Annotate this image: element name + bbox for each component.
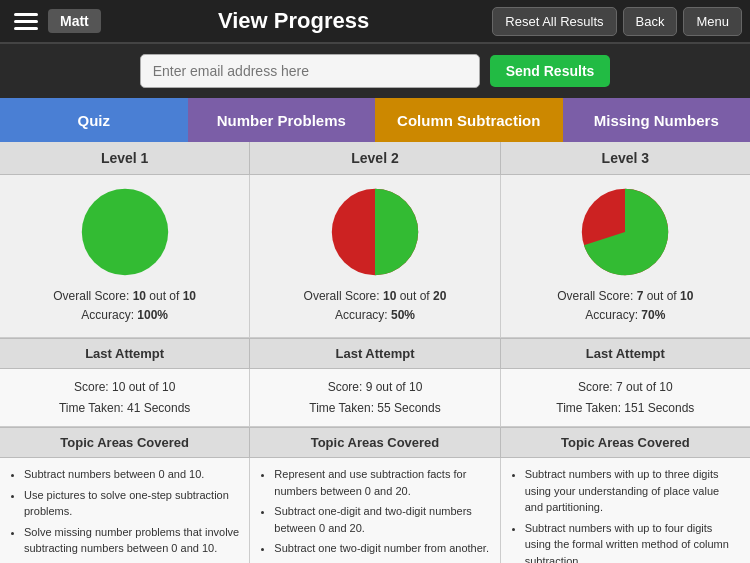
topic-header-1: Topic Areas Covered bbox=[0, 428, 250, 457]
topic-panel-2: Represent and use subtraction facts for … bbox=[250, 458, 500, 563]
email-row: Send Results bbox=[0, 44, 750, 98]
attempt-panel-3: Score: 7 out of 10 Time Taken: 151 Secon… bbox=[501, 369, 750, 426]
level-2-header: Level 2 bbox=[250, 142, 500, 174]
attempt-panel-2: Score: 9 out of 10 Time Taken: 55 Second… bbox=[250, 369, 500, 426]
score-text-2: Overall Score: 10 out of 20 Accuracy: 50… bbox=[304, 287, 447, 325]
pie-chart-1 bbox=[80, 187, 170, 277]
topic-panel-1: Subtract numbers between 0 and 10. Use p… bbox=[0, 458, 250, 563]
topic-panel-3: Subtract numbers with up to three digits… bbox=[501, 458, 750, 563]
topics-data-row: Subtract numbers between 0 and 10. Use p… bbox=[0, 458, 750, 563]
pie-chart-3 bbox=[580, 187, 670, 277]
email-input[interactable] bbox=[140, 54, 480, 88]
score-panel-3: Overall Score: 7 out of 10 Accuracy: 70% bbox=[501, 175, 750, 337]
reset-results-button[interactable]: Reset All Results bbox=[492, 7, 616, 36]
topic-headers-row: Topic Areas Covered Topic Areas Covered … bbox=[0, 427, 750, 458]
user-name-badge: Matt bbox=[48, 9, 101, 33]
content-area: Level 1 Level 2 Level 3 Overall Score: 1… bbox=[0, 142, 750, 563]
score-panel-2: Overall Score: 10 out of 20 Accuracy: 50… bbox=[250, 175, 500, 337]
level-3-header: Level 3 bbox=[501, 142, 750, 174]
app-header: Matt View Progress Reset All Results Bac… bbox=[0, 0, 750, 44]
score-panel-1: Overall Score: 10 out of 10 Accuracy: 10… bbox=[0, 175, 250, 337]
tab-column-subtraction[interactable]: Column Subtraction bbox=[375, 98, 563, 142]
attempt-panel-1: Score: 10 out of 10 Time Taken: 41 Secon… bbox=[0, 369, 250, 426]
last-attempt-header-2: Last Attempt bbox=[250, 339, 500, 368]
back-button[interactable]: Back bbox=[623, 7, 678, 36]
send-results-button[interactable]: Send Results bbox=[490, 55, 611, 87]
tab-quiz[interactable]: Quiz bbox=[0, 98, 188, 142]
page-title: View Progress bbox=[101, 8, 487, 34]
attempts-data-row: Score: 10 out of 10 Time Taken: 41 Secon… bbox=[0, 369, 750, 427]
level-1-header: Level 1 bbox=[0, 142, 250, 174]
levels-row: Level 1 Level 2 Level 3 bbox=[0, 142, 750, 175]
svg-point-0 bbox=[81, 189, 167, 275]
score-text-3: Overall Score: 7 out of 10 Accuracy: 70% bbox=[557, 287, 693, 325]
pie-chart-2 bbox=[330, 187, 420, 277]
last-attempt-header-3: Last Attempt bbox=[501, 339, 750, 368]
tab-number-problems[interactable]: Number Problems bbox=[188, 98, 376, 142]
tab-bar: Quiz Number Problems Column Subtraction … bbox=[0, 98, 750, 142]
attempt-headers-row: Last Attempt Last Attempt Last Attempt bbox=[0, 338, 750, 369]
menu-button[interactable]: Menu bbox=[683, 7, 742, 36]
last-attempt-header-1: Last Attempt bbox=[0, 339, 250, 368]
topic-header-2: Topic Areas Covered bbox=[250, 428, 500, 457]
hamburger-button[interactable] bbox=[8, 3, 44, 39]
score-text-1: Overall Score: 10 out of 10 Accuracy: 10… bbox=[53, 287, 196, 325]
topic-header-3: Topic Areas Covered bbox=[501, 428, 750, 457]
scores-row: Overall Score: 10 out of 10 Accuracy: 10… bbox=[0, 175, 750, 338]
tab-missing-numbers[interactable]: Missing Numbers bbox=[563, 98, 751, 142]
